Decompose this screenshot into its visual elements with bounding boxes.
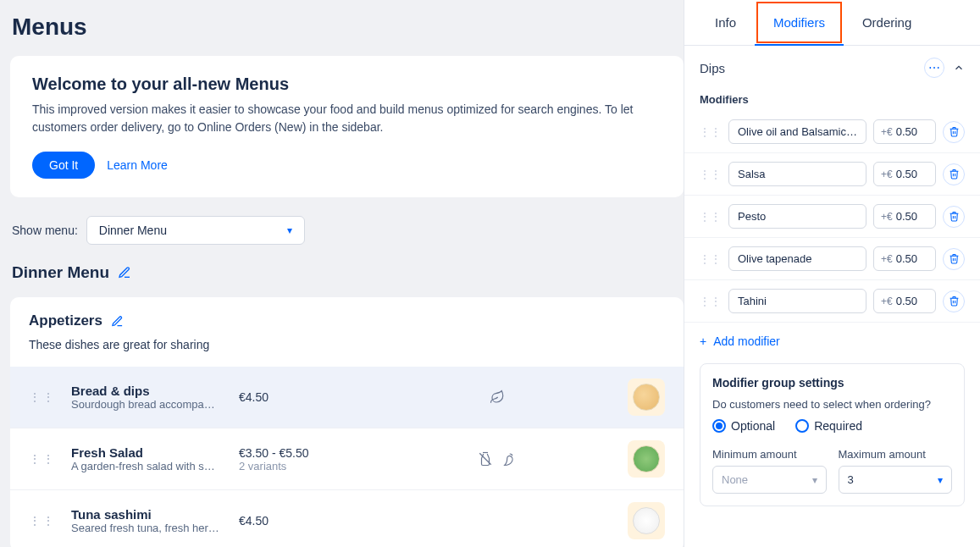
delete-modifier-icon[interactable]	[943, 290, 965, 312]
settings-title: Modifier group settings	[712, 376, 952, 390]
welcome-card: Welcome to your all-new Menus This impro…	[10, 56, 684, 197]
modifier-row: ⋮⋮ Tahini +€0.50	[684, 280, 980, 323]
edit-menu-icon[interactable]	[118, 266, 131, 279]
sidebar-tabs: Info Modifiers Ordering	[684, 0, 980, 46]
max-amount-select[interactable]: 3 ▾	[839, 466, 953, 494]
drag-handle-icon[interactable]: ⋮⋮	[29, 390, 56, 404]
tab-info[interactable]: Info	[696, 0, 755, 45]
more-actions-icon[interactable]: ⋯	[924, 58, 944, 78]
delete-modifier-icon[interactable]	[943, 121, 965, 143]
menu-select[interactable]: Dinner Menu ▾	[86, 216, 305, 245]
radio-icon	[795, 419, 809, 433]
drag-handle-icon[interactable]: ⋮⋮	[29, 452, 56, 466]
modifier-name-input[interactable]: Tahini	[728, 289, 866, 313]
section-description: These dishes are great for sharing	[10, 329, 684, 367]
item-name: Tuna sashimi	[71, 507, 224, 522]
drag-handle-icon[interactable]: ⋮⋮	[700, 211, 722, 223]
modifier-group-title: Dips	[700, 61, 725, 75]
item-thumbnail	[628, 378, 665, 416]
modifier-price-input[interactable]: +€0.50	[873, 119, 936, 144]
modifier-row: ⋮⋮ Olive tapenade +€0.50	[684, 238, 980, 280]
add-modifier-button[interactable]: + Add modifier	[684, 323, 980, 363]
radio-required[interactable]: Required	[795, 419, 862, 433]
edit-section-icon[interactable]	[111, 315, 124, 328]
chilli-icon	[501, 451, 517, 467]
max-amount-label: Maximum amount	[839, 448, 953, 461]
welcome-description: This improved version makes it easier to…	[32, 101, 662, 136]
item-price: €3.50 - €5.50	[239, 446, 366, 460]
item-price: €4.50	[239, 514, 366, 528]
modifier-name-input[interactable]: Pesto	[728, 204, 866, 229]
menu-item-row[interactable]: ⋮⋮ Fresh Salad A garden-fresh salad with…	[10, 428, 684, 489]
section-name: Appetizers	[29, 312, 102, 329]
chevron-down-icon: ▾	[287, 224, 292, 236]
modifier-name-input[interactable]: Salsa	[728, 162, 866, 186]
page-title: Menus	[12, 14, 684, 41]
item-name: Bread & dips	[71, 384, 224, 398]
item-name: Fresh Salad	[71, 445, 224, 460]
modifier-row: ⋮⋮ Pesto +€0.50	[684, 196, 980, 238]
modifier-name-input[interactable]: Olive oil and Balsamic vinegar	[728, 119, 866, 144]
min-amount-select[interactable]: None ▾	[712, 466, 827, 494]
chevron-down-icon: ▾	[812, 474, 817, 486]
item-description: Sourdough bread accompa…	[71, 398, 224, 411]
modifier-row: ⋮⋮ Olive oil and Balsamic vinegar +€0.50	[684, 111, 980, 153]
item-price: €4.50	[239, 390, 366, 404]
item-thumbnail	[628, 502, 665, 539]
menu-select-value: Dinner Menu	[99, 224, 167, 237]
modifier-row: ⋮⋮ Salsa +€0.50	[684, 153, 980, 196]
delete-modifier-icon[interactable]	[943, 248, 965, 270]
plus-icon: +	[700, 334, 706, 348]
sidebar-modifiers-panel: Info Modifiers Ordering Dips ⋯ Modifiers…	[684, 0, 980, 547]
modifier-price-input[interactable]: +€0.50	[873, 289, 936, 313]
modifier-group-settings: Modifier group settings Do customers nee…	[700, 363, 965, 506]
show-menu-label: Show menu:	[12, 224, 78, 237]
collapse-icon[interactable]	[953, 62, 965, 74]
drag-handle-icon[interactable]: ⋮⋮	[700, 296, 722, 307]
learn-more-link[interactable]: Learn More	[107, 158, 168, 172]
menu-name-heading: Dinner Menu	[12, 263, 109, 282]
menu-section: Appetizers These dishes are great for sh…	[10, 297, 684, 547]
item-thumbnail	[628, 440, 665, 478]
modifier-price-input[interactable]: +€0.50	[873, 246, 936, 271]
modifier-name-input[interactable]: Olive tapenade	[728, 246, 866, 271]
modifier-price-input[interactable]: +€0.50	[873, 204, 936, 229]
drag-handle-icon[interactable]: ⋮⋮	[700, 253, 722, 265]
menu-item-row[interactable]: ⋮⋮ Bread & dips Sourdough bread accompa……	[10, 367, 684, 428]
delete-modifier-icon[interactable]	[943, 206, 965, 228]
tab-modifiers[interactable]: Modifiers	[755, 0, 844, 45]
modifiers-label: Modifiers	[684, 83, 980, 111]
menu-item-row[interactable]: ⋮⋮ Tuna sashimi Seared fresh tuna, fresh…	[10, 489, 684, 547]
drag-handle-icon[interactable]: ⋮⋮	[700, 126, 722, 138]
drag-handle-icon[interactable]: ⋮⋮	[700, 169, 722, 180]
delete-modifier-icon[interactable]	[943, 163, 965, 185]
welcome-title: Welcome to your all-new Menus	[32, 75, 662, 94]
radio-optional[interactable]: Optional	[712, 419, 775, 433]
min-amount-label: Minimum amount	[712, 448, 827, 461]
dairy-free-icon	[478, 451, 493, 467]
drag-handle-icon[interactable]: ⋮⋮	[29, 514, 56, 528]
modifier-price-input[interactable]: +€0.50	[873, 162, 936, 186]
settings-question: Do customers need to select when orderin…	[712, 398, 952, 411]
chevron-down-icon: ▾	[938, 474, 943, 486]
tab-ordering[interactable]: Ordering	[844, 0, 930, 45]
leaf-icon	[490, 390, 505, 405]
item-description: Seared fresh tuna, fresh her…	[71, 522, 224, 534]
got-it-button[interactable]: Got It	[32, 152, 95, 179]
item-description: A garden-fresh salad with s…	[71, 460, 224, 472]
item-variants: 2 variants	[239, 460, 366, 472]
radio-icon	[712, 419, 726, 433]
